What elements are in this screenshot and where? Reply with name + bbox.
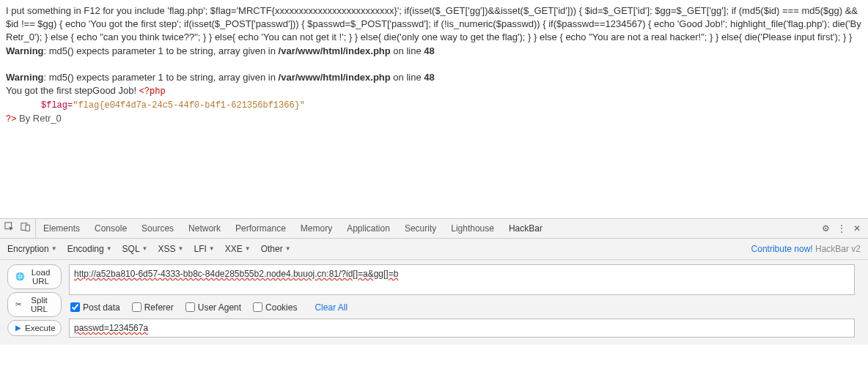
devtools-tabs: Elements Console Sources Network Perform… [36,219,550,238]
tab-lighthouse[interactable]: Lighthouse [444,219,501,238]
warning-path: /var/www/html/index.php [279,72,391,83]
php-var: $flag= [41,100,73,111]
options-row: Post data Referer User Agent Cookies Cle… [69,295,855,319]
svg-rect-2 [26,225,29,231]
chk-postdata[interactable]: Post data [70,302,120,313]
warning-path: /var/www/html/index.php [279,45,391,56]
tab-hackbar[interactable]: HackBar [501,219,550,238]
dd-other[interactable]: Other▼ [261,244,291,254]
load-url-button[interactable]: 🌐Load URL [7,264,62,289]
page-output: I put something in F12 for you include '… [0,0,868,130]
tab-application[interactable]: Application [339,219,397,238]
post-data-input[interactable]: passwd=1234567a [69,319,855,338]
devtools-header: Elements Console Sources Network Perform… [0,219,868,239]
warning-msg: : md5() expects parameter 1 to be string… [44,72,279,83]
chk-referer[interactable]: Referer [132,302,174,313]
dd-encoding[interactable]: Encoding▼ [67,244,112,254]
warning-label: Warning [6,72,44,83]
scissors-icon: ✂ [15,300,21,308]
php-warning-2: Warning: md5() expects parameter 1 to be… [6,72,435,83]
hackbar-main: http://a52ba810-6d57-4333-bb8c-84de285b5… [69,264,868,338]
php-string: "flag{e04f4d7a-24c5-44f0-b4f1-621356bf13… [73,100,305,111]
warning-line: 48 [424,45,434,56]
byline: By Retr_0 [19,113,62,124]
devtools-panel: Elements Console Sources Network Perform… [0,218,868,345]
php-warning-1: Warning: md5() expects parameter 1 to be… [6,45,435,56]
dd-xxe[interactable]: XXE▼ [225,244,251,254]
warning-line: 48 [424,72,434,83]
hackbar-side-buttons: 🌐Load URL ✂Split URL ▶Execute [0,264,69,338]
globe-icon: 🌐 [15,272,24,280]
tab-security[interactable]: Security [397,219,444,238]
settings-icon[interactable]: ⚙ [822,223,830,234]
split-url-button[interactable]: ✂Split URL [7,292,62,317]
chk-useragent[interactable]: User Agent [185,302,241,313]
contribute-link[interactable]: Contribute now! [751,244,813,254]
tab-console[interactable]: Console [87,219,134,238]
success-text: You got the first stepGood Job! [6,85,139,96]
clear-all-link[interactable]: Clear All [315,302,347,313]
warning-msg: : md5() expects parameter 1 to be string… [44,45,279,56]
flag-line: $flag="flag{e04f4d7a-24c5-44f0-b4f1-6213… [6,100,305,111]
tab-elements[interactable]: Elements [36,219,87,238]
dd-sql[interactable]: SQL▼ [122,244,148,254]
warning-online: on line [391,72,424,83]
warning-label: Warning [6,45,44,56]
execute-button[interactable]: ▶Execute [7,320,62,336]
play-icon: ▶ [15,324,21,332]
warning-online: on line [391,45,424,56]
dd-encryption[interactable]: Encryption▼ [7,244,57,254]
tab-sources[interactable]: Sources [134,219,181,238]
tab-memory[interactable]: Memory [293,219,339,238]
inspect-icon[interactable] [4,222,15,234]
device-toolbar-icon[interactable] [21,222,31,234]
chk-cookies[interactable]: Cookies [253,302,297,313]
url-input[interactable]: http://a52ba810-6d57-4333-bb8c-84de285b5… [69,264,855,295]
more-icon[interactable]: ⋮ [837,223,846,234]
tab-network[interactable]: Network [181,219,228,238]
php-open-tag: <?php [139,86,166,97]
php-source-dump: I put something in F12 for you include '… [6,5,861,42]
dd-xss[interactable]: XSS▼ [158,244,184,254]
php-close-tag: ?> [6,114,16,124]
hackbar-brand: Contribute now! HackBar v2 [751,244,861,254]
close-icon[interactable]: ✕ [853,223,861,234]
brand-text: HackBar v2 [813,244,861,254]
hackbar-toolbar: Encryption▼ Encoding▼ SQL▼ XSS▼ LFI▼ XXE… [0,239,868,260]
hackbar-body: 🌐Load URL ✂Split URL ▶Execute http://a52… [0,260,868,345]
tab-performance[interactable]: Performance [228,219,293,238]
dd-lfi[interactable]: LFI▼ [194,244,214,254]
